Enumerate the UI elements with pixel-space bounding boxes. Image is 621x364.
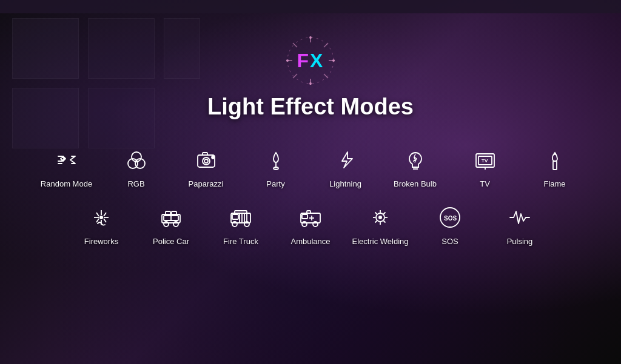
svg-line-6 [324,43,328,47]
modes-grid: Random Mode RGB [0,137,621,252]
rgb-label: RGB [127,179,144,188]
svg-point-10 [309,82,312,85]
fx-logo: FX [283,33,338,88]
svg-point-18 [204,159,208,163]
svg-rect-19 [203,153,207,155]
ambulance-icon [296,203,325,232]
party-icon [261,145,290,174]
electric-welding-icon [366,203,395,232]
rgb-icon [122,145,151,174]
fx-f-letter: F [297,50,310,71]
mode-item-police-car[interactable]: Police Car [136,194,206,252]
mode-item-party[interactable]: Party [241,137,310,194]
ambulance-label: Ambulance [290,237,330,246]
mode-item-ambulance[interactable]: Ambulance [276,194,346,252]
police-car-label: Police Car [153,237,189,246]
svg-line-72 [384,221,386,223]
tv-label: TV [480,179,490,188]
mode-item-electric-welding[interactable]: Electric Welding [346,194,415,252]
electric-welding-label: Electric Welding [352,237,409,246]
pulsing-icon [505,203,534,232]
svg-text:SOS: SOS [444,215,457,222]
page-title: Light Effect Modes [207,94,414,120]
svg-rect-30 [553,161,557,170]
svg-line-71 [375,221,377,223]
random-icon [52,145,81,174]
svg-point-73 [378,216,382,219]
mode-item-fireworks[interactable]: Fireworks [67,194,136,252]
svg-line-5 [293,43,297,47]
mode-item-paparazzi[interactable]: Paparazzi [171,137,241,194]
pulsing-label: Pulsing [507,237,533,246]
fireworks-icon [87,203,116,232]
mode-item-flame[interactable]: Flame [520,137,589,194]
svg-rect-50 [232,214,238,219]
svg-point-9 [309,36,312,39]
modes-row-1: Random Mode RGB [24,137,597,194]
flame-icon [540,145,569,174]
svg-line-39 [96,213,99,216]
fire-truck-icon [226,203,255,232]
svg-line-69 [375,213,377,214]
mode-item-tv[interactable]: TV TV [450,137,520,194]
tv-icon: TV [471,145,500,174]
fx-label: FX [297,50,324,72]
svg-point-11 [286,59,289,62]
lightning-icon [331,145,360,174]
fireworks-label: Fireworks [84,237,118,246]
main-content: FX Light Effect Modes Random Mode [0,0,621,364]
random-mode-label: Random Mode [41,179,92,188]
svg-point-12 [332,59,335,62]
modes-row-2: Fireworks [24,194,597,252]
svg-point-40 [99,216,103,219]
svg-point-17 [203,157,210,165]
sos-icon: SOS [435,203,465,232]
broken-bulb-label: Broken Bulb [394,179,437,188]
broken-bulb-icon [401,145,430,174]
mode-item-sos[interactable]: SOS SOS [415,194,485,252]
lightning-label: Lightning [329,179,361,188]
svg-text:TV: TV [482,158,488,164]
mode-item-rgb[interactable]: RGB [101,137,171,194]
mode-item-lightning[interactable]: Lightning [310,137,380,194]
svg-point-20 [212,156,214,159]
police-car-icon [156,203,186,232]
mode-item-random-mode[interactable]: Random Mode [32,137,101,194]
svg-line-35 [104,219,106,222]
mode-item-broken-bulb[interactable]: Broken Bulb [380,137,450,194]
party-label: Party [266,179,284,188]
flame-label: Flame [543,179,565,188]
fx-x-letter: X [310,50,324,71]
svg-line-33 [104,213,106,216]
fire-truck-label: Fire Truck [223,237,258,246]
svg-rect-59 [302,214,307,219]
mode-item-fire-truck[interactable]: Fire Truck [206,194,276,252]
svg-line-70 [384,213,386,214]
paparazzi-icon [192,145,221,174]
svg-line-37 [96,219,99,222]
paparazzi-label: Paparazzi [189,179,224,188]
top-bar [0,0,621,13]
sos-label: SOS [441,237,458,246]
mode-item-pulsing[interactable]: Pulsing [485,194,555,252]
